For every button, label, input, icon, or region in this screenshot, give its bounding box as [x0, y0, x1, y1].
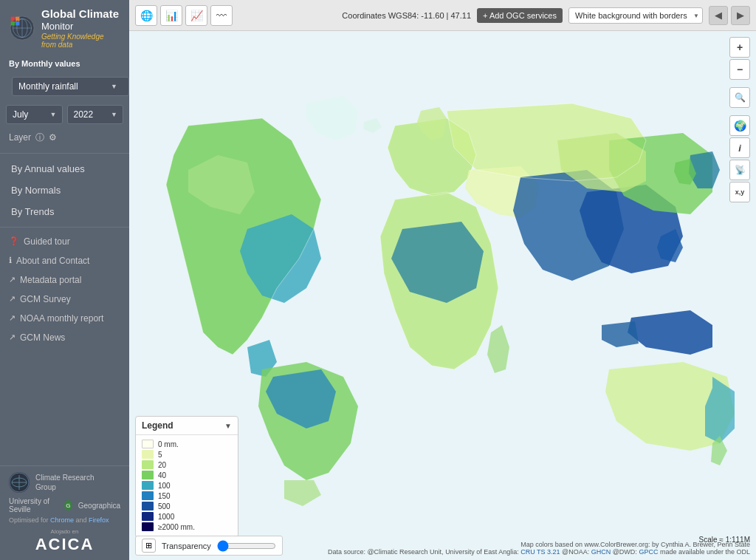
- layer-label: Layer: [9, 132, 31, 143]
- coordinates-display: Coordinates WGS84: -11.60 | 47.11: [342, 11, 471, 20]
- org-name: Climate ResearchGroup: [35, 473, 94, 492]
- map-container[interactable]: + − 🔍 🌍 i 📡 x,y Legend ▼ 0 mm.: [129, 31, 756, 560]
- data-source-attribution: Data source: @Climatic Research Unit, Un…: [328, 548, 750, 556]
- cru-link[interactable]: CRU TS 3.21: [520, 548, 560, 556]
- legend-label-500mm: 500: [158, 502, 171, 511]
- metadata-label: Metadata portal: [20, 275, 81, 285]
- trends-label: By Trends: [11, 206, 55, 217]
- month-dropdown-wrapper[interactable]: JanuaryFebruaryMarch AprilMayJune JulyAu…: [6, 105, 63, 124]
- antenna-button[interactable]: 📡: [729, 160, 750, 180]
- table-toolbar-btn[interactable]: 📊: [160, 5, 182, 26]
- xy-button[interactable]: x,y: [729, 182, 750, 202]
- guided-tour-label: Guided tour: [24, 236, 70, 247]
- transparency-label: Transparency: [162, 542, 211, 550]
- dwd-link[interactable]: GPCC: [639, 548, 658, 556]
- noaa-link[interactable]: GHCN: [591, 548, 611, 556]
- sidebar: Global Climate Monitor Getting Knowledge…: [0, 0, 129, 560]
- bg-select[interactable]: White background with borders White back…: [568, 7, 703, 24]
- legend-header[interactable]: Legend ▼: [136, 417, 238, 435]
- year-dropdown-wrapper[interactable]: 20202021 20222023: [67, 105, 124, 124]
- metadata-portal-link[interactable]: ↗ Metadata portal: [0, 270, 129, 290]
- legend-color-100mm: [142, 481, 154, 490]
- ctrl-spacer: [729, 81, 750, 86]
- svg-rect-7: [11, 21, 15, 25]
- gcm-survey-label: GCM Survey: [20, 294, 71, 304]
- about-contact-link[interactable]: ℹ About and Contact: [0, 251, 129, 270]
- info-button[interactable]: i: [729, 137, 750, 158]
- app-title-line2: Monitor: [41, 21, 120, 33]
- chrome-link[interactable]: Chrome: [50, 516, 74, 524]
- app-tagline: Getting Knowledge from data: [41, 33, 120, 49]
- legend-item-5mm: 5: [142, 450, 232, 459]
- month-select[interactable]: JanuaryFebruaryMarch AprilMayJune JulyAu…: [6, 105, 63, 124]
- uni-section: University of Seville G Geographica: [9, 497, 120, 513]
- year-select[interactable]: 20202021 20222023: [67, 105, 124, 124]
- metadata-icon: ↗: [9, 275, 16, 284]
- zoom-extent-button[interactable]: 🔍: [729, 87, 750, 108]
- geo-name: Geographica: [78, 502, 120, 510]
- normals-label: By Normals: [11, 185, 61, 196]
- optimized-text: Optimised for Chrome and Firefox: [9, 516, 120, 524]
- legend-label-1000mm: 1000: [158, 513, 174, 521]
- legend-color-150mm: [142, 491, 154, 500]
- legend-item-500mm: 500: [142, 502, 232, 511]
- zoom-out-button[interactable]: −: [729, 59, 750, 80]
- transparency-slider[interactable]: [217, 540, 276, 552]
- main-content: 🌐 📊 📈 〰 Coordinates WGS84: -11.60 | 47.1…: [129, 0, 756, 560]
- variable-select[interactable]: Monthly rainfall Temperature Wind: [12, 77, 129, 96]
- annual-values-label: By Annual values: [11, 163, 85, 174]
- about-label: About and Contact: [16, 256, 89, 266]
- map-attribution: Map colors based on www.ColorBrewer.org:…: [328, 541, 750, 556]
- globe-toolbar-btn[interactable]: 🌐: [135, 5, 157, 26]
- legend-color-500mm: [142, 502, 154, 511]
- variable-dropdown-wrapper[interactable]: Monthly rainfall Temperature Wind: [6, 74, 123, 99]
- trends-nav[interactable]: By Trends: [0, 201, 129, 222]
- acica-logo-text: ACICA: [9, 535, 120, 554]
- monthly-section-label[interactable]: By Monthly values: [0, 55, 129, 71]
- divider-1: [0, 153, 129, 154]
- legend-label-100mm: 100: [158, 482, 171, 490]
- annual-values-nav[interactable]: By Annual values: [0, 158, 129, 180]
- ctrl-spacer-2: [729, 109, 750, 114]
- layer-info-icon[interactable]: ⓘ: [35, 132, 44, 144]
- legend-item-150mm: 150: [142, 491, 232, 500]
- app-logo-icon: [9, 15, 35, 41]
- legend-label-40mm: 40: [158, 471, 166, 479]
- acica-section: Alojado en ACICA: [9, 528, 120, 554]
- data-source-prefix: Data source: @Climatic Research Unit, Un…: [328, 548, 520, 556]
- app-logo: Global Climate Monitor Getting Knowledge…: [0, 0, 129, 55]
- svg-rect-5: [11, 16, 15, 20]
- svg-rect-6: [16, 16, 19, 20]
- legend-item-40mm: 40: [142, 471, 232, 479]
- add-ogc-button[interactable]: + Add OGC services: [477, 8, 563, 23]
- app-title-block: Global Climate Monitor Getting Knowledge…: [41, 7, 120, 49]
- gcm-news-label: GCM News: [20, 332, 65, 343]
- bg-dropdown-wrapper[interactable]: White background with borders White back…: [568, 7, 703, 24]
- legend-item-20mm: 20: [142, 460, 232, 469]
- guided-tour-icon: ❓: [9, 236, 19, 246]
- forward-button[interactable]: ▶: [731, 6, 750, 25]
- legend-chevron-icon: ▼: [224, 422, 232, 430]
- layer-settings-icon[interactable]: ⚙: [49, 132, 57, 143]
- gcm-news-link[interactable]: ↗ GCM News: [0, 328, 129, 347]
- legend-label-5mm: 5: [158, 451, 162, 459]
- gcm-survey-link[interactable]: ↗ GCM Survey: [0, 290, 129, 309]
- guided-tour-link[interactable]: ❓ Guided tour: [0, 232, 129, 251]
- zoom-in-button[interactable]: +: [729, 37, 750, 58]
- chart-toolbar-btn[interactable]: 📈: [185, 5, 207, 26]
- alojado-en-label: Alojado en: [9, 528, 120, 535]
- wave-toolbar-btn[interactable]: 〰: [210, 5, 233, 26]
- legend-label-150mm: 150: [158, 492, 171, 500]
- legend-content: 0 mm. 5 20 40 100: [136, 435, 238, 537]
- firefox-link[interactable]: Firefox: [89, 516, 109, 524]
- toolbar: 🌐 📊 📈 〰 Coordinates WGS84: -11.60 | 47.1…: [129, 0, 756, 31]
- toolbar-right: Coordinates WGS84: -11.60 | 47.11 + Add …: [342, 6, 750, 25]
- normals-nav[interactable]: By Normals: [0, 180, 129, 201]
- legend-item-100mm: 100: [142, 481, 232, 490]
- legend-label-20mm: 20: [158, 461, 166, 469]
- legend-color-5mm: [142, 450, 154, 459]
- grid-view-button[interactable]: ⊞: [142, 539, 156, 553]
- globe-view-button[interactable]: 🌍: [729, 115, 750, 136]
- back-button[interactable]: ◀: [709, 6, 728, 25]
- noaa-report-link[interactable]: ↗ NOAA monthly report: [0, 309, 129, 328]
